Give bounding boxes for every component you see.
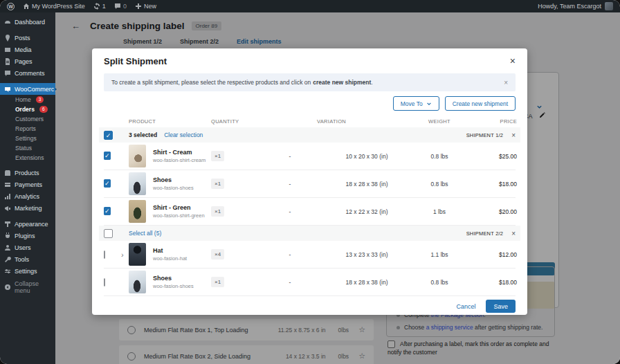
- col-weight: WEIGHT: [408, 118, 471, 125]
- sidebar-item-settings[interactable]: Settings: [0, 134, 55, 143]
- product-checkbox[interactable]: [104, 278, 105, 286]
- sidebar-item-payments[interactable]: Payments: [0, 179, 55, 190]
- product-checkbox[interactable]: ✓: [104, 179, 111, 188]
- product-thumbnail: [129, 172, 146, 195]
- wordpress-logo-icon[interactable]: W: [7, 3, 15, 10]
- product-thumbnail: [129, 271, 146, 293]
- move-to-button[interactable]: Move To: [393, 96, 439, 111]
- payments-icon: [4, 181, 11, 188]
- modal-close-icon[interactable]: ×: [510, 56, 516, 66]
- sidebar-item-label: Comments: [15, 70, 45, 77]
- sidebar-item-home[interactable]: Home3: [0, 95, 55, 104]
- banner-text-bold: create new shipment: [313, 79, 371, 86]
- plus-icon: [135, 3, 142, 10]
- product-sku: woo-fasion-shirt-cream: [153, 157, 206, 163]
- quantity-cell: ×1: [206, 151, 255, 161]
- posts-icon: [4, 35, 11, 42]
- sidebar-item-woocommerce[interactable]: WooCommerce: [0, 83, 55, 95]
- product-name: Hat: [153, 247, 187, 254]
- sidebar-item-users[interactable]: Users: [0, 242, 55, 253]
- product-checkbox[interactable]: ✓: [104, 207, 111, 215]
- select-all-link[interactable]: Select all (5): [129, 230, 161, 237]
- sidebar-item-label: Reports: [15, 125, 36, 132]
- create-new-shipment-button[interactable]: Create new shipment: [445, 96, 516, 111]
- expand-chevron-icon[interactable]: ›: [121, 251, 124, 259]
- sidebar-item-settings[interactable]: Settings: [0, 265, 55, 277]
- price-cell: $12.00: [471, 251, 517, 258]
- sidebar-item-posts[interactable]: Posts: [0, 32, 55, 44]
- variation-cell: -: [255, 153, 325, 160]
- sidebar-item-extensions[interactable]: Extensions: [0, 153, 55, 163]
- product-row: ✓Shoeswoo-fasion-shoes×1-18 x 28 x 38 (i…: [104, 170, 516, 198]
- sidebar-item-reports[interactable]: Reports: [0, 124, 55, 134]
- sidebar-item-label: Plugins: [15, 233, 35, 239]
- howdy-text[interactable]: Howdy, Team Escargot: [538, 3, 601, 10]
- sidebar-item-products[interactable]: Products: [0, 167, 55, 179]
- sidebar-item-customers[interactable]: Customers: [0, 114, 55, 124]
- product-thumbnail: [129, 200, 146, 223]
- analytics-icon: [4, 193, 11, 200]
- product-name: Shoes: [153, 176, 194, 183]
- sidebar-item-media[interactable]: Media: [0, 44, 55, 55]
- weight-cell: 0.8 lbs: [408, 279, 471, 286]
- site-name-menu[interactable]: My WordPress Site: [23, 3, 85, 10]
- wordpress-admin-window: W My WordPress Site 1 0 New Howdy, Team …: [0, 0, 620, 364]
- sidebar-item-orders[interactable]: Orders6: [0, 104, 55, 114]
- selected-count: 3 selected: [129, 131, 157, 138]
- product-cell: Shoeswoo-fasion-shoes: [129, 172, 206, 195]
- shipment-group-header: ✓3 selectedClear selectionSHIPMENT 1/2×: [99, 127, 520, 143]
- col-price: PRICE: [471, 118, 517, 125]
- new-label: New: [144, 3, 156, 10]
- sidebar-item-label: Marketing: [15, 205, 42, 212]
- shipment-remove-icon[interactable]: ×: [511, 230, 516, 237]
- shipment-remove-icon[interactable]: ×: [511, 131, 516, 139]
- product-cell: ›Hatwoo-fasion-hat: [129, 243, 206, 266]
- pages-icon: [4, 58, 11, 65]
- count-badge: 3: [36, 96, 44, 104]
- sidebar-item-pages[interactable]: Pages: [0, 55, 55, 67]
- sidebar-item-label: Settings: [15, 135, 37, 142]
- admin-sidebar: DashboardPostsMediaPagesCommentsWooComme…: [0, 12, 55, 364]
- sidebar-item-label: Posts: [15, 35, 30, 42]
- sidebar-item-tools[interactable]: Tools: [0, 253, 55, 265]
- comments-menu[interactable]: 0: [114, 3, 127, 10]
- cancel-button[interactable]: Cancel: [456, 303, 475, 310]
- group-select-checkbox[interactable]: ✓: [104, 131, 113, 140]
- sidebar-item-plugins[interactable]: Plugins: [0, 230, 55, 242]
- save-button[interactable]: Save: [486, 300, 516, 313]
- quantity-cell: ×1: [206, 206, 255, 217]
- sidebar-item-collapse-menu[interactable]: Collapse menu: [0, 281, 55, 293]
- updates-menu[interactable]: 1: [93, 3, 106, 10]
- split-shipment-modal: Split Shipment × To create a split shipm…: [92, 48, 527, 315]
- sidebar-item-dashboard[interactable]: Dashboard: [0, 16, 55, 28]
- quantity-badge: ×1: [211, 206, 224, 217]
- product-checkbox[interactable]: ✓: [104, 152, 111, 160]
- sidebar-item-marketing[interactable]: Marketing: [0, 202, 55, 214]
- sidebar-item-appearance[interactable]: Appearance: [0, 218, 55, 230]
- clear-selection-link[interactable]: Clear selection: [164, 131, 203, 138]
- group-select-checkbox[interactable]: [104, 229, 113, 238]
- avatar[interactable]: [605, 2, 613, 10]
- sidebar-item-analytics[interactable]: Analytics: [0, 190, 55, 202]
- weight-cell: 1.1 lbs: [408, 251, 471, 258]
- sidebar-item-status[interactable]: Status: [0, 143, 55, 153]
- price-cell: $20.00: [471, 208, 517, 215]
- sidebar-item-label: Dashboard: [15, 19, 45, 26]
- sidebar-item-label: Tools: [15, 256, 29, 263]
- product-checkbox[interactable]: [104, 251, 105, 259]
- sidebar-item-label: Settings: [15, 268, 37, 275]
- dimensions-cell: 18 x 28 x 38 (in): [325, 181, 408, 188]
- comments-count: 0: [123, 3, 127, 10]
- quantity-badge: ×1: [211, 277, 224, 287]
- price-cell: $25.00: [471, 153, 517, 160]
- sidebar-item-comments[interactable]: Comments: [0, 67, 55, 79]
- dashboard-icon: [4, 19, 11, 26]
- new-menu[interactable]: New: [135, 3, 156, 10]
- price-cell: $18.00: [471, 181, 517, 188]
- appearance-icon: [4, 221, 11, 228]
- product-row: ✓Shirt - Creamwoo-fasion-shirt-cream×1-1…: [104, 143, 516, 170]
- weight-cell: 0.8 lbs: [408, 153, 471, 160]
- product-row: Shoeswoo-fasion-shoes×1-18 x 28 x 38 (in…: [104, 269, 516, 296]
- banner-close-icon[interactable]: ×: [504, 79, 508, 87]
- sidebar-item-label: Appearance: [15, 221, 48, 228]
